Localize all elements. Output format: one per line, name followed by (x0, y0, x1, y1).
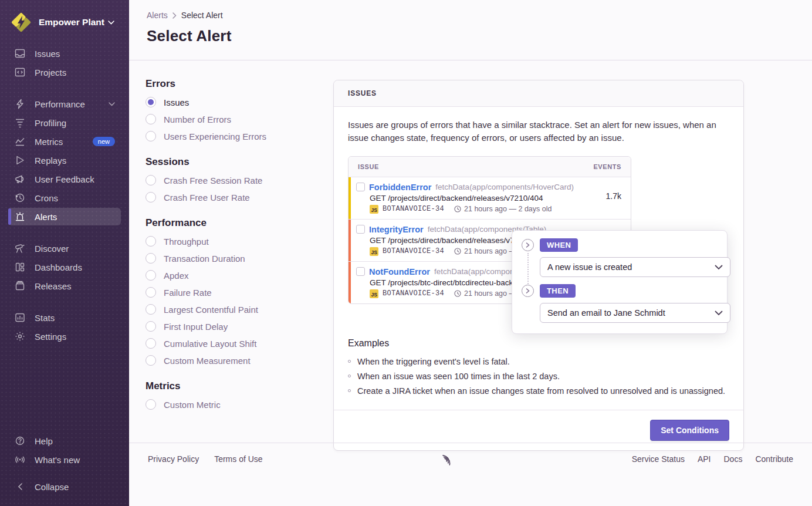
radio-option-apdex[interactable]: Apdex (146, 270, 322, 281)
example-text: When the triggering event's level is fat… (357, 357, 510, 366)
radio-label: Throughput (164, 237, 209, 247)
breadcrumb-alerts-link[interactable]: Alerts (147, 11, 168, 20)
javascript-platform-icon: JS (370, 289, 378, 298)
stats-icon (14, 312, 26, 323)
radio-option-crash-free-user-rate[interactable]: Crash Free User Rate (146, 192, 322, 203)
docs-link[interactable]: Docs (724, 454, 743, 464)
radio-label: Failure Rate (164, 288, 212, 298)
radio-icon (146, 236, 156, 247)
contribute-link[interactable]: Contribute (755, 454, 793, 464)
when-condition-select[interactable]: A new issue is created (540, 257, 730, 277)
circle-arrow-right-icon (522, 239, 534, 251)
section-title: Errors (146, 78, 322, 90)
sidebar-item-stats[interactable]: Stats (8, 309, 121, 326)
issue-title-link[interactable]: ForbiddenError (369, 183, 431, 192)
radio-icon (146, 175, 156, 185)
set-conditions-button[interactable]: Set Conditions (650, 420, 729, 441)
radio-icon (146, 131, 156, 141)
sidebar-item-replays[interactable]: Replays (8, 151, 121, 169)
org-name: Empower Plant (39, 17, 104, 28)
sidebar-item-profiling[interactable]: Profiling (8, 114, 121, 131)
sidebar-item-settings[interactable]: Settings (8, 328, 121, 345)
radio-icon (146, 321, 156, 332)
sidebar-item-releases[interactable]: Releases (8, 277, 121, 295)
issue-culprit: GET /projects/direct/backend/releases/v7… (370, 194, 621, 203)
sidebar-item-whats-new[interactable]: What's new (8, 451, 121, 468)
radio-label: Largest Contentful Paint (164, 305, 258, 315)
radio-option-failure-rate[interactable]: Failure Rate (146, 287, 322, 298)
issue-checkbox[interactable] (356, 267, 365, 276)
sidebar-item-label: Alerts (35, 212, 57, 222)
sidebar-item-issues[interactable]: Issues (8, 45, 121, 62)
sidebar-item-crons[interactable]: Crons (8, 189, 121, 207)
issues-table-header: ISSUE EVENTS (349, 157, 631, 177)
radio-icon (146, 114, 156, 124)
privacy-policy-link[interactable]: Privacy Policy (148, 454, 199, 464)
page-content: Errors Issues Number of Errors Users Exp… (129, 60, 812, 474)
examples-section: Examples When the triggering event's lev… (348, 338, 729, 396)
issue-row[interactable]: ForbiddenError fetchData(app/components/… (349, 177, 631, 219)
issue-checkbox[interactable] (356, 225, 365, 234)
radio-option-throughput[interactable]: Throughput (146, 236, 322, 247)
radio-option-custom-measurement[interactable]: Custom Measurement (146, 355, 322, 366)
chevron-right-icon (172, 12, 177, 19)
sidebar-item-label: Dashboards (35, 262, 82, 272)
radio-label: Custom Measurement (164, 356, 251, 366)
then-badge: THEN (540, 284, 576, 298)
example-item: When the triggering event's level is fat… (348, 357, 729, 366)
level-indicator (349, 220, 351, 261)
bullet-icon (348, 389, 351, 392)
service-status-link[interactable]: Service Status (632, 454, 685, 464)
sidebar-item-discover[interactable]: Discover (8, 239, 121, 257)
radio-icon (146, 355, 156, 366)
example-item: When an issue was seen 100 times in the … (348, 372, 729, 381)
app-root: Empower Plant Issues Projects Performanc… (0, 0, 812, 506)
issue-function-tag: fetchData(app/components/HoverCard) (435, 183, 574, 191)
issue-short-id: BOTANAVOICE-34 (383, 289, 444, 298)
radio-icon (146, 253, 156, 264)
sidebar-collapse-button[interactable]: Collapse (8, 478, 121, 495)
radio-option-custom-metric[interactable]: Custom Metric (146, 399, 322, 410)
radio-option-transaction-duration[interactable]: Transaction Duration (146, 253, 322, 264)
collapse-chevron-left-icon (14, 481, 26, 492)
sidebar-item-alerts[interactable]: Alerts (8, 208, 121, 225)
example-text: Create a JIRA ticket when an issue chang… (357, 386, 725, 396)
sidebar-item-dashboards[interactable]: Dashboards (8, 258, 121, 276)
issue-events-count: 1.7k (606, 191, 621, 201)
sidebar-item-label: Discover (35, 244, 69, 254)
issue-checkbox[interactable] (356, 183, 365, 191)
issue-title-link[interactable]: IntegrityError (369, 225, 424, 234)
level-indicator (349, 177, 351, 219)
radio-option-largest-contentful-paint[interactable]: Largest Contentful Paint (146, 304, 322, 315)
org-switcher[interactable]: Empower Plant (0, 0, 129, 45)
radio-option-number-of-errors[interactable]: Number of Errors (146, 114, 322, 124)
crons-icon (14, 192, 26, 204)
radio-option-issues[interactable]: Issues (146, 97, 322, 107)
radio-icon (146, 192, 156, 203)
sidebar-item-help[interactable]: Help (8, 432, 121, 450)
terms-of-use-link[interactable]: Terms of Use (214, 454, 262, 464)
clock-icon (454, 248, 461, 255)
breadcrumb-current: Select Alert (181, 11, 223, 20)
footer-left-links: Privacy Policy Terms of Use (148, 454, 263, 464)
circle-arrow-right-icon (522, 285, 534, 297)
radio-option-first-input-delay[interactable]: First Input Delay (146, 321, 322, 332)
radio-option-users-experiencing-errors[interactable]: Users Experiencing Errors (146, 131, 322, 141)
main-area: Alerts Select Alert Select Alert Errors … (129, 0, 812, 506)
sidebar-item-user-feedback[interactable]: User Feedback (8, 170, 121, 188)
radio-label: Users Experiencing Errors (164, 131, 266, 141)
sidebar-item-label: Replays (35, 156, 66, 166)
then-action-select[interactable]: Send an email to Jane Schmidt (540, 303, 730, 323)
bullet-icon (348, 375, 351, 377)
clock-icon (454, 205, 461, 212)
sidebar-item-performance[interactable]: Performance (8, 95, 121, 113)
when-group: WHEN A new issue is created (522, 238, 718, 277)
then-action-value: Send an email to Jane Schmidt (547, 308, 665, 318)
sidebar-item-metrics[interactable]: Metrics new (8, 133, 121, 150)
api-link[interactable]: API (698, 454, 711, 464)
performance-icon (14, 98, 26, 110)
sidebar-item-projects[interactable]: Projects (8, 63, 121, 81)
radio-option-cumulative-layout-shift[interactable]: Cumulative Layout Shift (146, 338, 322, 349)
issue-title-link[interactable]: NotFoundError (369, 267, 430, 276)
radio-option-crash-free-session-rate[interactable]: Crash Free Session Rate (146, 175, 322, 185)
